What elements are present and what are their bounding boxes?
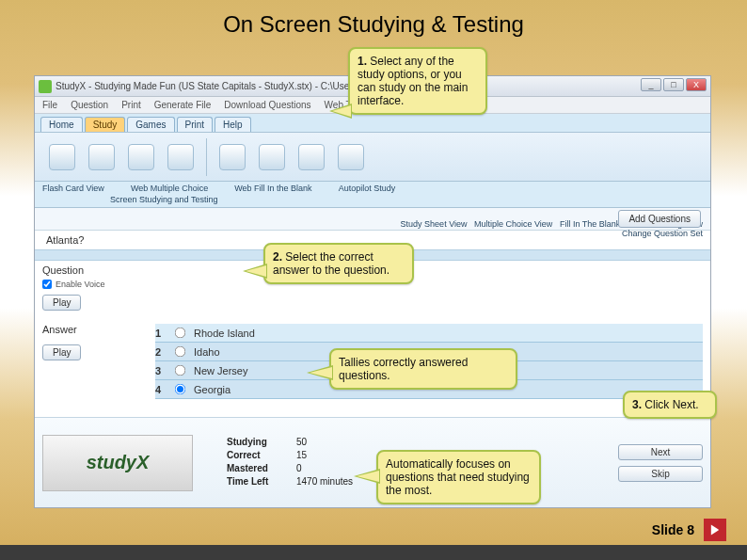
callout-step2: 2. Select the correct answer to the ques… <box>263 243 414 284</box>
callout-tail <box>329 104 352 119</box>
enable-voice-input[interactable] <box>42 280 52 289</box>
studying-label: Studying <box>227 437 283 450</box>
play-icon <box>708 523 722 536</box>
callout-tail <box>354 469 380 484</box>
callout-4-text: Click Next. <box>642 398 699 411</box>
tool-flashcard-icon[interactable] <box>42 144 82 170</box>
correct-label: Correct <box>227 450 283 463</box>
studyx-logo: studyX <box>42 435 193 491</box>
answer-text: New Jersey <box>194 365 247 376</box>
slide-number: Slide 8 <box>652 522 694 537</box>
screen-study-sub: Screen Studying and Testing <box>110 195 217 204</box>
correct-value: 15 <box>296 450 307 463</box>
callout-step1: 1. Select any of the study options, or y… <box>348 47 487 115</box>
answer-radio-2[interactable] <box>175 346 186 358</box>
question-label: Question <box>42 264 140 276</box>
skip-button[interactable]: Skip <box>618 466 703 482</box>
answer-num: 1 <box>155 328 167 339</box>
menu-print[interactable]: Print <box>121 100 141 110</box>
callout-tail <box>243 264 267 279</box>
answer-radio-1[interactable] <box>175 328 186 339</box>
mastered-value: 0 <box>296 463 302 476</box>
answer-num: 3 <box>155 365 167 376</box>
tab-home[interactable]: Home <box>40 117 83 132</box>
opt-flashcard[interactable]: Flash Card View <box>42 184 104 193</box>
answer-radio-4[interactable] <box>175 384 186 395</box>
tool-mcview-icon[interactable] <box>252 144 292 170</box>
tab-print[interactable]: Print <box>177 117 214 132</box>
bottom-strip <box>0 545 747 560</box>
opt-mcview[interactable]: Multiple Choice View <box>474 219 552 229</box>
answer-label: Answer <box>42 324 140 335</box>
answer-text: Georgia <box>194 384 230 395</box>
opt-studysheet[interactable]: Study Sheet View <box>401 219 468 229</box>
next-button[interactable]: Next <box>618 444 703 460</box>
close-button[interactable]: X <box>686 78 707 91</box>
callout-tail <box>307 365 333 380</box>
answer-row[interactable]: 1 Rhode Island <box>155 324 703 343</box>
menu-download[interactable]: Download Questions <box>224 100 310 110</box>
answer-text: Idaho <box>194 346 220 358</box>
callout-step3: 3. Click Next. <box>623 391 717 419</box>
tool-webmc-icon[interactable] <box>82 144 121 170</box>
next-slide-button[interactable] <box>704 519 726 541</box>
opt-webmc[interactable]: Web Multiple Choice <box>131 184 208 193</box>
play-question-button[interactable]: Play <box>42 295 81 311</box>
callout-5-text: Automatically focuses on questions that … <box>386 457 530 497</box>
toolbar <box>35 133 710 182</box>
tool-fibview-icon[interactable] <box>292 144 331 170</box>
answer-text: Rhode Island <box>194 328 255 339</box>
opt-webfib[interactable]: Web Fill In the Blank <box>234 184 311 193</box>
tool-studysheet-icon[interactable] <box>213 144 252 170</box>
enable-voice-checkbox[interactable]: Enable Voice <box>42 280 140 289</box>
change-qset[interactable]: Change Question Set <box>401 229 703 238</box>
tool-webfib-icon[interactable] <box>121 144 161 170</box>
callout-2-bold: 2. <box>273 250 282 264</box>
studying-value: 50 <box>296 437 307 450</box>
tab-games[interactable]: Games <box>127 117 174 132</box>
slide-title: On Screen Studying & Testing <box>0 0 747 38</box>
callout-autofocus: Automatically focuses on questions that … <box>376 450 541 504</box>
mastered-label: Mastered <box>227 463 283 476</box>
enable-voice-text: Enable Voice <box>56 280 105 289</box>
opt-autopilot[interactable]: Autopilot Study <box>339 184 396 193</box>
menu-question[interactable]: Question <box>71 100 108 110</box>
callout-tallies: Tallies correctly answered questions. <box>329 348 517 390</box>
add-questions-button[interactable]: Add Questions <box>618 210 701 228</box>
callout-3-text: Tallies correctly answered questions. <box>339 356 468 382</box>
divider <box>206 138 207 176</box>
timeleft-value: 1470 minutes <box>296 476 353 489</box>
app-icon <box>39 80 52 93</box>
answer-num: 2 <box>155 346 167 358</box>
question-side: Question Enable Voice Play <box>35 261 148 314</box>
app-footer: studyX Studying50 Correct15 Mastered0 Ti… <box>35 417 710 507</box>
callout-1-text: Select any of the study options, or you … <box>358 55 468 107</box>
tab-strip: Home Study Games Print Help <box>35 114 710 133</box>
tool-autopilot-icon[interactable] <box>161 144 200 170</box>
minimize-button[interactable]: _ <box>641 78 661 91</box>
answer-side: Answer Play <box>35 320 148 403</box>
tab-help[interactable]: Help <box>215 117 251 132</box>
callout-1-bold: 1. <box>358 55 367 68</box>
tab-study[interactable]: Study <box>85 117 126 132</box>
timeleft-label: Time Left <box>227 476 283 489</box>
callout-4-bold: 3. <box>632 398 642 411</box>
study-options-bar: Flash Card View Web Multiple Choice Web … <box>35 182 710 208</box>
menu-file[interactable]: File <box>42 100 57 110</box>
answer-num: 4 <box>155 384 167 395</box>
callout-2-text: Select the correct answer to the questio… <box>273 250 389 277</box>
menu-generate[interactable]: Generate File <box>154 100 212 110</box>
maximize-button[interactable]: □ <box>663 78 684 91</box>
tool-matching-icon[interactable] <box>331 144 371 170</box>
play-answer-button[interactable]: Play <box>42 344 81 360</box>
app-window: StudyX - Studying Made Fun (US State Cap… <box>34 75 711 508</box>
answer-radio-3[interactable] <box>175 365 186 376</box>
